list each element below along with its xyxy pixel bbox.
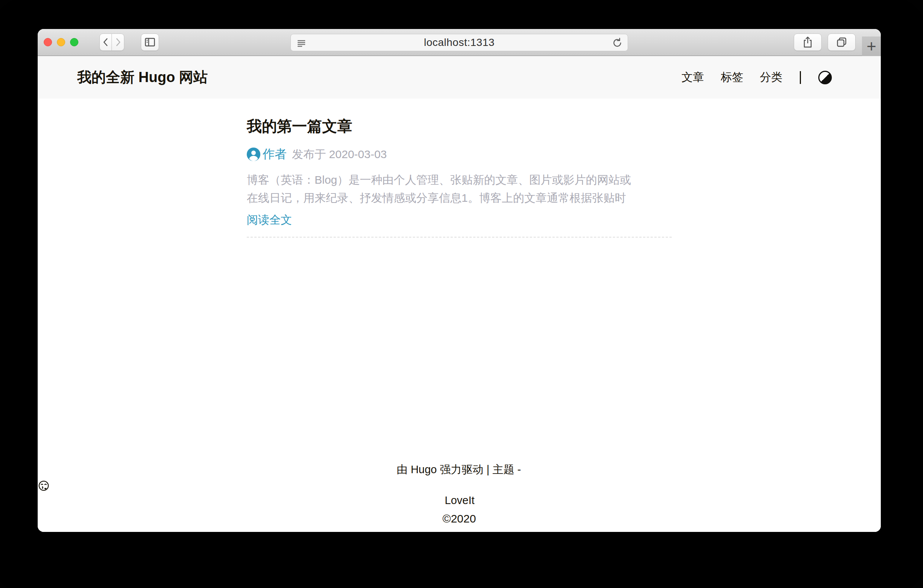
site-nav: 文章 标签 分类: [682, 70, 832, 85]
sidebar-toggle-button[interactable]: [141, 33, 159, 51]
tab-overview-button[interactable]: [828, 33, 856, 51]
back-button[interactable]: [99, 33, 112, 51]
browser-window: localhost:1313: [38, 29, 881, 532]
chevron-right-icon: [114, 37, 122, 47]
new-tab-button[interactable]: +: [862, 36, 881, 56]
reader-view-icon[interactable]: [296, 38, 307, 48]
read-more-link[interactable]: 阅读全文: [247, 212, 292, 228]
footer-copyright: ©2020: [38, 511, 881, 527]
zoom-button[interactable]: [70, 38, 78, 46]
footer-powered-text: 由 Hugo 强力驱动 | 主题 -: [397, 464, 521, 475]
sidebar-icon: [144, 37, 156, 47]
tabs-icon: [836, 36, 847, 48]
browser-toolbar: localhost:1313: [38, 29, 881, 56]
site-title[interactable]: 我的全新 Hugo 网站: [77, 68, 208, 87]
post-title[interactable]: 我的第一篇文章: [247, 118, 672, 135]
share-button[interactable]: [794, 33, 822, 51]
footer-powered-line: 由 Hugo 强力驱动 | 主题 - LoveIt: [38, 461, 881, 511]
webpage: 我的全新 Hugo 网站 文章 标签 分类 我的第一篇文章: [38, 56, 881, 532]
theme-toggle-icon[interactable]: [818, 71, 832, 84]
post-publish-date: 发布于 2020-03-03: [292, 147, 387, 162]
site-footer: 由 Hugo 强力驱动 | 主题 - LoveIt ©2020: [38, 461, 881, 532]
post-summary-line: 在线日记，用来纪录、抒发情感或分享信息1。博客上的文章通常根据张贴时: [247, 189, 672, 207]
forward-button[interactable]: [112, 33, 124, 51]
url-field[interactable]: localhost:1313: [291, 34, 628, 51]
author-link[interactable]: 作者: [263, 146, 287, 163]
main-content: 我的第一篇文章 作者 发布于 2020-03-03 博客（英语：Blog）是一种…: [38, 98, 881, 461]
kiss-face-icon: [38, 480, 881, 492]
nav-item-categories[interactable]: 分类: [760, 70, 782, 85]
minimize-button[interactable]: [57, 38, 65, 46]
url-text: localhost:1313: [424, 36, 494, 49]
author-icon: [247, 147, 260, 161]
site-header: 我的全新 Hugo 网站 文章 标签 分类: [38, 56, 881, 98]
post-meta: 作者 发布于 2020-03-03: [247, 146, 672, 163]
history-buttons: [99, 33, 124, 51]
refresh-button[interactable]: [612, 37, 623, 49]
footer-theme-link[interactable]: LoveIt: [445, 494, 475, 506]
post-summary-line: 博客（英语：Blog）是一种由个人管理、张贴新的文章、图片或影片的网站或: [247, 171, 672, 189]
nav-item-posts[interactable]: 文章: [682, 70, 704, 85]
article-summary: 我的第一篇文章 作者 发布于 2020-03-03 博客（英语：Blog）是一种…: [247, 98, 672, 237]
nav-separator: [800, 71, 801, 84]
post-summary: 博客（英语：Blog）是一种由个人管理、张贴新的文章、图片或影片的网站或 在线日…: [247, 171, 672, 207]
post-divider: [247, 237, 672, 237]
nav-item-tags[interactable]: 标签: [721, 70, 743, 85]
traffic-lights: [44, 38, 78, 46]
close-button[interactable]: [44, 38, 52, 46]
share-icon: [802, 36, 813, 48]
chevron-left-icon: [102, 37, 110, 47]
